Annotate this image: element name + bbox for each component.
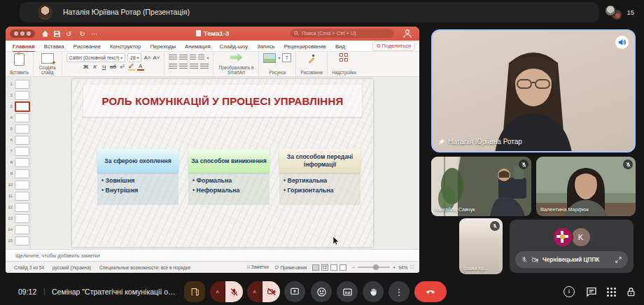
slide-thumbnail-3[interactable]: 3 [6, 101, 30, 112]
slide-thumbnail-10[interactable]: 10 [6, 179, 30, 190]
slide-sorter-view-button[interactable] [321, 264, 328, 271]
slide-thumbnail-1[interactable]: 1 [6, 78, 30, 90]
account-icon[interactable] [402, 29, 412, 38]
video-tile-cppk[interactable]: K Чернівецький ЦППК [510, 220, 634, 273]
picture-icon[interactable] [263, 53, 276, 63]
participants-button[interactable]: 15 [605, 4, 634, 20]
highlight-button[interactable]: 🖉 [128, 63, 135, 71]
slide-thumbnail-14[interactable]: 14 [6, 224, 30, 235]
new-slide-group[interactable]: Создать слайд [34, 52, 62, 76]
numbered-list-icon[interactable] [179, 55, 188, 61]
font-size-select[interactable]: 28 ▾ [127, 53, 141, 62]
menu-tab-3[interactable]: Рисование [74, 43, 101, 50]
italic-button[interactable]: К [92, 64, 99, 70]
notes-toggle[interactable]: ⌸ Заметки [247, 264, 269, 270]
paste-group[interactable]: Вставить [6, 52, 34, 76]
slide-thumbnail-2[interactable]: 2 [6, 90, 30, 101]
camera-off-button[interactable] [262, 281, 280, 302]
font-name-select[interactable]: Calibri (Основной текст) ▾ [66, 53, 126, 62]
camera-options-chevron[interactable]: ˄ [247, 281, 262, 302]
slide-thumbnail-9[interactable]: 9 [6, 168, 30, 179]
accessibility-status[interactable]: Специальные возможности: все в порядке [99, 265, 190, 270]
menu-tab-1[interactable]: Главная [13, 43, 35, 50]
comments-toggle[interactable]: 🗩 Примечания [274, 265, 307, 270]
menu-tab-2[interactable]: Вставка [44, 43, 64, 50]
menu-tab-10[interactable]: Вид [335, 43, 345, 50]
search-input[interactable]: Поиск (Cmd + Ctrl + U) [290, 29, 394, 38]
mic-options-chevron[interactable]: ˄ [210, 281, 225, 302]
share-button[interactable]: ⧉ Поделиться [372, 41, 415, 51]
align-center-icon[interactable] [179, 64, 188, 70]
leave-call-button[interactable] [414, 281, 447, 302]
divider: | [43, 278, 46, 305]
slide-thumbnail-15[interactable]: 15 [6, 235, 30, 246]
align-left-icon[interactable] [169, 64, 177, 70]
menu-tab-5[interactable]: Переходы [150, 43, 176, 50]
activities-button[interactable] [603, 283, 620, 300]
slide-thumbnail-12[interactable]: 12 [6, 201, 30, 213]
meeting-room-button[interactable] [184, 281, 205, 302]
chat-button[interactable] [583, 283, 600, 300]
meeting-name: Семінар "Стратегічні комунікації органу … [52, 278, 179, 305]
normal-view-button[interactable] [312, 264, 319, 271]
font-color-button[interactable]: А [137, 63, 144, 71]
slide-thumbnail-6[interactable]: 6 [6, 134, 30, 146]
menu-tab-7[interactable]: Слайд-шоу [220, 43, 248, 50]
language-indicator[interactable]: русский (Украина) [52, 265, 91, 270]
slide-title-box[interactable]: РОЛЬ КОМУНІКАЦІЙ У ПРОЦЕСІ УПРАВЛІННЯ [83, 85, 362, 117]
raise-hand-button[interactable] [363, 281, 384, 302]
meeting-details-button[interactable]: i [561, 283, 578, 300]
slide-thumbnail-13[interactable]: 13 [6, 213, 30, 224]
captions-button[interactable] [337, 281, 358, 302]
expand-icon[interactable] [615, 256, 622, 264]
pin-icon [438, 139, 445, 146]
underline-button[interactable]: Ч [101, 64, 108, 70]
slide-thumbnail-4[interactable]: 4 [6, 112, 30, 123]
host-controls-button[interactable] [622, 283, 639, 300]
menu-tab-9[interactable]: Рецензирование [284, 43, 326, 50]
mic-mute-button[interactable] [225, 281, 243, 302]
slide-thumbnail-8[interactable]: 8 [6, 157, 30, 168]
more-options-button[interactable]: ⋮ [388, 281, 410, 302]
zoom-slider[interactable] [358, 267, 390, 268]
video-tile-main-speaker[interactable]: Наталія Юріївна Ротар [431, 29, 636, 152]
slide[interactable]: РОЛЬ КОМУНІКАЦІЙ У ПРОЦЕСІ УПРАВЛІННЯ За… [72, 79, 373, 247]
video-tile-2[interactable]: Валентина Марфюк [536, 157, 636, 216]
video-tile-1[interactable]: Михайло Савчук [431, 157, 531, 216]
video-tile-3[interactable]: Ірішка Кр... [459, 218, 503, 274]
slide-thumb-preview [15, 91, 29, 100]
justify-icon[interactable] [200, 64, 209, 70]
superscript-button[interactable]: х² [119, 64, 126, 70]
line-spacing-icon[interactable] [198, 55, 204, 61]
slide-thumb-preview [15, 214, 29, 223]
clock-time: 09:12 [18, 278, 36, 305]
slideshow-view-button[interactable] [340, 264, 346, 271]
slide-counter: Слайд 3 из 54 [14, 265, 44, 270]
slide-thumbnail-11[interactable]: 11 [6, 190, 30, 201]
fit-slide-button[interactable]: ⛶ [410, 264, 414, 270]
zoom-out-button[interactable]: − [352, 265, 355, 270]
strikethrough-button[interactable]: аб [110, 64, 117, 70]
slide-thumbnail-5[interactable]: 5 [6, 123, 30, 134]
bold-button[interactable]: Ж [83, 64, 90, 70]
reading-view-button[interactable] [330, 264, 337, 271]
present-screen-button[interactable] [284, 281, 305, 302]
zoom-in-button[interactable]: + [393, 265, 396, 270]
shrink-font-button[interactable]: A˅ [153, 55, 160, 61]
indent-icon[interactable] [190, 55, 196, 61]
menu-tab-6[interactable]: Анимация [185, 43, 211, 50]
menu-tab-8[interactable]: Запись [257, 43, 275, 50]
grow-font-button[interactable]: A˄ [144, 55, 150, 61]
align-right-icon[interactable] [190, 64, 198, 70]
notes-pane[interactable]: Щелкните, чтобы добавить заметки [6, 249, 419, 261]
drawing-group[interactable]: Рисование [296, 52, 328, 76]
addins-group[interactable]: Надстройки [328, 52, 360, 76]
end-call-icon [425, 286, 436, 297]
reactions-button[interactable] [311, 281, 332, 302]
slide-canvas[interactable]: РОЛЬ КОМУНІКАЦІЙ У ПРОЦЕСІ УПРАВЛІННЯ За… [31, 77, 419, 249]
bullet-list-icon[interactable] [169, 55, 177, 61]
smartart-group[interactable]: Преобразовать в SmartArt [214, 52, 259, 76]
menu-tab-4[interactable]: Конструктор [110, 43, 141, 50]
text-box-icon[interactable]: T [282, 53, 291, 62]
slide-thumbnail-7[interactable]: 7 [6, 146, 30, 157]
